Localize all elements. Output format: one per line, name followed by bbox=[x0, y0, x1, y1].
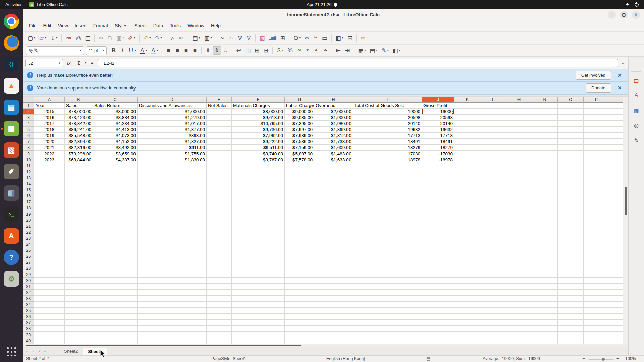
cell-K24[interactable] bbox=[454, 241, 480, 247]
cell-J1[interactable]: Gross Profit bbox=[422, 103, 454, 109]
sidebar-settings-menu-button[interactable]: ≡ bbox=[632, 59, 641, 67]
cell-I6[interactable]: 17713 bbox=[353, 133, 422, 139]
menu-edit[interactable]: Edit bbox=[40, 21, 55, 30]
cell-M33[interactable] bbox=[506, 296, 532, 302]
cell-D32[interactable] bbox=[138, 290, 207, 296]
column-header-G[interactable]: G bbox=[285, 97, 314, 103]
cell-I8[interactable]: 18279 bbox=[353, 145, 422, 151]
cell-N38[interactable] bbox=[532, 326, 558, 332]
cell-E6[interactable] bbox=[207, 133, 232, 139]
cell-O13[interactable] bbox=[558, 175, 584, 181]
cell-A30[interactable] bbox=[34, 278, 65, 284]
volume-icon[interactable] bbox=[626, 3, 630, 6]
cell-E3[interactable] bbox=[207, 115, 232, 121]
cell-L29[interactable] bbox=[480, 272, 506, 278]
cell-N10[interactable] bbox=[532, 157, 558, 163]
cell-G20[interactable] bbox=[285, 217, 314, 223]
cell-N29[interactable] bbox=[532, 272, 558, 278]
cell-P23[interactable] bbox=[584, 235, 609, 241]
cell-C2[interactable]: $3,000.00 bbox=[93, 109, 138, 115]
cell-C29[interactable] bbox=[93, 272, 138, 278]
cell-K31[interactable] bbox=[454, 284, 480, 290]
font-name-combo[interactable]: 等线 ▾ bbox=[26, 46, 84, 55]
cell-M17[interactable] bbox=[506, 199, 532, 205]
cell-F7[interactable]: $9,222.00 bbox=[232, 139, 285, 145]
row-header-30[interactable]: 30 bbox=[23, 278, 34, 284]
cell-E11[interactable] bbox=[207, 163, 232, 169]
zoom-slider-thumb[interactable] bbox=[602, 358, 605, 361]
highlighting-color-button[interactable]: A▾ bbox=[149, 46, 160, 55]
cell-G7[interactable]: $7,536.00 bbox=[285, 139, 314, 145]
cell-F5[interactable]: $9,736.00 bbox=[232, 127, 285, 133]
cell-G34[interactable] bbox=[285, 302, 314, 308]
cell-D9[interactable]: $1,755.00 bbox=[138, 151, 207, 157]
cell-O39[interactable] bbox=[558, 332, 584, 338]
cell-L17[interactable] bbox=[480, 199, 506, 205]
cell-C36[interactable] bbox=[93, 314, 138, 320]
zoom-out-button[interactable]: − bbox=[582, 356, 585, 362]
cell-C31[interactable] bbox=[93, 284, 138, 290]
cell-L20[interactable] bbox=[480, 217, 506, 223]
cell-L5[interactable] bbox=[480, 127, 506, 133]
cell-D25[interactable] bbox=[138, 247, 207, 253]
sidebar-properties-deck-button[interactable]: ▤ bbox=[632, 76, 641, 84]
row-header-23[interactable]: 23 bbox=[23, 235, 34, 241]
minimize-button[interactable]: – bbox=[608, 11, 616, 19]
cell-E27[interactable] bbox=[207, 259, 232, 265]
cell-B33[interactable] bbox=[65, 296, 93, 302]
cell-K5[interactable] bbox=[454, 127, 480, 133]
cell-C26[interactable] bbox=[93, 253, 138, 259]
cell-D14[interactable] bbox=[138, 181, 207, 187]
cell-I27[interactable] bbox=[353, 259, 422, 265]
cell-E17[interactable] bbox=[207, 199, 232, 205]
cell-I28[interactable] bbox=[353, 265, 422, 272]
cell-P39[interactable] bbox=[584, 332, 609, 338]
cell-J4[interactable]: -20140 bbox=[422, 121, 454, 127]
cell-L19[interactable] bbox=[480, 211, 506, 217]
cell-B3[interactable]: $73,423.00 bbox=[65, 115, 93, 121]
cell-G18[interactable] bbox=[285, 205, 314, 211]
column-button[interactable]: ▥▾ bbox=[202, 34, 213, 42]
cell-B14[interactable] bbox=[65, 181, 93, 187]
cell-G5[interactable]: $7,997.00 bbox=[285, 127, 314, 133]
cell-G19[interactable] bbox=[285, 211, 314, 217]
cell-K1[interactable] bbox=[454, 103, 480, 109]
cell-E18[interactable] bbox=[207, 205, 232, 211]
paste-button[interactable]: ▣▾ bbox=[115, 34, 126, 42]
cell-H38[interactable] bbox=[314, 326, 353, 332]
italic-button[interactable]: I bbox=[118, 46, 126, 55]
cell-O23[interactable] bbox=[558, 235, 584, 241]
cell-D4[interactable]: $1,017.00 bbox=[138, 121, 207, 127]
cell-F34[interactable] bbox=[232, 302, 285, 308]
title-bar[interactable]: IncomeStatement2.xlsx - LibreOffice Calc… bbox=[23, 9, 644, 20]
cell-B32[interactable] bbox=[65, 290, 93, 296]
cell-B40[interactable] bbox=[65, 338, 93, 344]
add-decimal-place-button[interactable]: .0+ bbox=[313, 47, 321, 53]
cell-H15[interactable] bbox=[314, 187, 353, 193]
cell-H21[interactable] bbox=[314, 223, 353, 229]
cell-O24[interactable] bbox=[558, 241, 584, 247]
cell-D2[interactable]: $1,000.00 bbox=[138, 109, 207, 115]
cell-O26[interactable] bbox=[558, 253, 584, 259]
cell-E30[interactable] bbox=[207, 278, 232, 284]
cell-G9[interactable]: $5,807.00 bbox=[285, 151, 314, 157]
decrease-indent-button[interactable]: ⇤ bbox=[334, 46, 342, 55]
cell-B21[interactable] bbox=[65, 223, 93, 229]
menu-format[interactable]: Format bbox=[90, 21, 111, 30]
cell-B34[interactable] bbox=[65, 302, 93, 308]
cell-O19[interactable] bbox=[558, 211, 584, 217]
cell-P16[interactable] bbox=[584, 193, 609, 199]
cell-H40[interactable] bbox=[314, 338, 353, 344]
dock-chrome[interactable] bbox=[0, 14, 23, 29]
align-right-button[interactable]: ≡ bbox=[182, 46, 190, 55]
dock-vlc[interactable]: ▲ bbox=[0, 78, 23, 94]
function-wizard-button[interactable]: fx bbox=[65, 59, 73, 67]
cell-O29[interactable] bbox=[558, 272, 584, 278]
column-header-I[interactable]: I bbox=[353, 97, 422, 103]
cell-E28[interactable] bbox=[207, 265, 232, 272]
cell-B15[interactable] bbox=[65, 187, 93, 193]
row-header-34[interactable]: 34 bbox=[23, 302, 34, 308]
cell-D3[interactable]: $1,279.00 bbox=[138, 115, 207, 121]
row-header-31[interactable]: 31 bbox=[23, 284, 34, 290]
cell-M20[interactable] bbox=[506, 217, 532, 223]
